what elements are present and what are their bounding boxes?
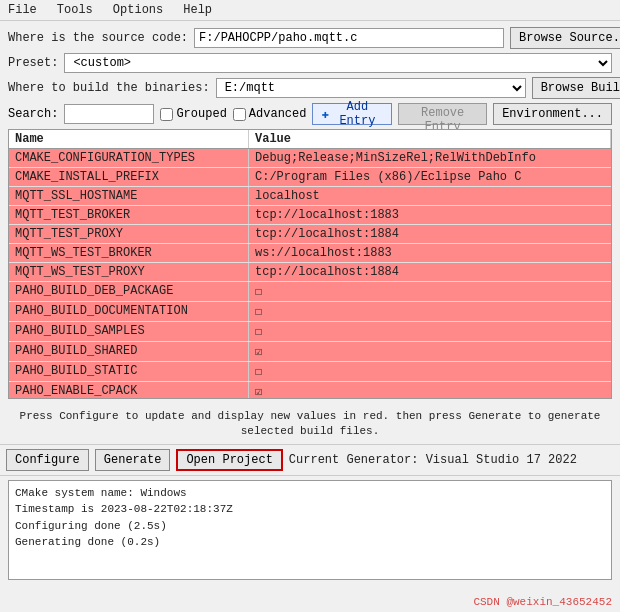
log-line: Generating done (0.2s) xyxy=(15,534,605,551)
advanced-checkbox-label[interactable]: Advanced xyxy=(233,107,307,121)
table-cell-value: tcp://localhost:1884 xyxy=(249,263,611,281)
table-cell-name: PAHO_BUILD_SHARED xyxy=(9,342,249,361)
remove-entry-button[interactable]: Remove Entry xyxy=(398,103,487,125)
table-cell-name: CMAKE_INSTALL_PREFIX xyxy=(9,168,249,186)
preset-row: Preset: <custom> xyxy=(8,53,612,73)
cmake-table: Name Value CMAKE_CONFIGURATION_TYPESDebu… xyxy=(8,129,612,399)
menubar: File Tools Options Help xyxy=(0,0,620,21)
advanced-label: Advanced xyxy=(249,107,307,121)
table-cell-value: ☐ xyxy=(249,302,611,321)
table-cell-value: localhost xyxy=(249,187,611,205)
log-body: CMake system name: WindowsTimestamp is 2… xyxy=(15,485,605,551)
menu-help[interactable]: Help xyxy=(179,2,216,18)
table-header: Name Value xyxy=(9,130,611,149)
value-header: Value xyxy=(249,130,611,148)
grouped-checkbox-label[interactable]: Grouped xyxy=(160,107,226,121)
table-row[interactable]: PAHO_BUILD_SHARED☑ xyxy=(9,342,611,362)
source-label: Where is the source code: xyxy=(8,31,188,45)
browse-build-button[interactable]: Browse Build... xyxy=(532,77,620,99)
search-input[interactable] xyxy=(64,104,154,124)
watermark: CSDN @weixin_43652452 xyxy=(473,596,612,608)
generator-label: Current Generator: Visual Studio 17 2022 xyxy=(289,453,577,467)
advanced-checkbox[interactable] xyxy=(233,108,246,121)
open-project-button[interactable]: Open Project xyxy=(176,449,282,471)
build-label: Where to build the binaries: xyxy=(8,81,210,95)
table-cell-name: MQTT_WS_TEST_BROKER xyxy=(9,244,249,262)
table-cell-value: ws://localhost:1883 xyxy=(249,244,611,262)
table-cell-name: PAHO_BUILD_SAMPLES xyxy=(9,322,249,341)
toolbar-row: Search: Grouped Advanced ✚ Add Entry Rem… xyxy=(8,103,612,125)
source-input[interactable] xyxy=(194,28,504,48)
table-row[interactable]: PAHO_ENABLE_CPACK☑ xyxy=(9,382,611,399)
configure-button[interactable]: Configure xyxy=(6,449,89,471)
table-cell-value: tcp://localhost:1883 xyxy=(249,206,611,224)
name-header: Name xyxy=(9,130,249,148)
preset-label: Preset: xyxy=(8,56,58,70)
table-cell-value: ☑ xyxy=(249,382,611,399)
table-cell-value: ☑ xyxy=(249,342,611,361)
build-row: Where to build the binaries: E:/mqtt Bro… xyxy=(8,77,612,99)
search-label: Search: xyxy=(8,107,58,121)
menu-options[interactable]: Options xyxy=(109,2,167,18)
table-row[interactable]: CMAKE_CONFIGURATION_TYPESDebug;Release;M… xyxy=(9,149,611,168)
table-cell-value: ☐ xyxy=(249,322,611,341)
menu-file[interactable]: File xyxy=(4,2,41,18)
table-row[interactable]: PAHO_BUILD_DOCUMENTATION☐ xyxy=(9,302,611,322)
table-row[interactable]: PAHO_BUILD_DEB_PACKAGE☐ xyxy=(9,282,611,302)
table-cell-name: PAHO_BUILD_DEB_PACKAGE xyxy=(9,282,249,301)
grouped-label: Grouped xyxy=(176,107,226,121)
table-cell-name: MQTT_TEST_PROXY xyxy=(9,225,249,243)
table-row[interactable]: MQTT_WS_TEST_BROKERws://localhost:1883 xyxy=(9,244,611,263)
table-row[interactable]: CMAKE_INSTALL_PREFIXC:/Program Files (x8… xyxy=(9,168,611,187)
main-form: Where is the source code: Browse Source.… xyxy=(0,21,620,405)
log-area: CMake system name: WindowsTimestamp is 2… xyxy=(8,480,612,580)
table-cell-value: ☐ xyxy=(249,362,611,381)
table-row[interactable]: MQTT_SSL_HOSTNAMElocalhost xyxy=(9,187,611,206)
log-line: Configuring done (2.5s) xyxy=(15,518,605,535)
table-body: CMAKE_CONFIGURATION_TYPESDebug;Release;M… xyxy=(9,149,611,399)
menu-tools[interactable]: Tools xyxy=(53,2,97,18)
table-cell-value: tcp://localhost:1884 xyxy=(249,225,611,243)
add-entry-label: Add Entry xyxy=(332,100,383,128)
plus-icon: ✚ xyxy=(321,107,328,122)
table-cell-value: C:/Program Files (x86)/Eclipse Paho C xyxy=(249,168,611,186)
table-cell-name: PAHO_BUILD_DOCUMENTATION xyxy=(9,302,249,321)
preset-select[interactable]: <custom> xyxy=(64,53,612,73)
table-row[interactable]: PAHO_BUILD_STATIC☐ xyxy=(9,362,611,382)
source-row: Where is the source code: Browse Source.… xyxy=(8,27,612,49)
table-row[interactable]: PAHO_BUILD_SAMPLES☐ xyxy=(9,322,611,342)
log-line: Timestamp is 2023-08-22T02:18:37Z xyxy=(15,501,605,518)
table-row[interactable]: MQTT_TEST_BROKERtcp://localhost:1883 xyxy=(9,206,611,225)
table-cell-name: MQTT_SSL_HOSTNAME xyxy=(9,187,249,205)
table-cell-name: MQTT_WS_TEST_PROXY xyxy=(9,263,249,281)
table-cell-value: ☐ xyxy=(249,282,611,301)
environment-button[interactable]: Environment... xyxy=(493,103,612,125)
table-cell-name: PAHO_ENABLE_CPACK xyxy=(9,382,249,399)
generate-button[interactable]: Generate xyxy=(95,449,171,471)
browse-source-button[interactable]: Browse Source... xyxy=(510,27,620,49)
table-cell-name: PAHO_BUILD_STATIC xyxy=(9,362,249,381)
bottom-buttons: Configure Generate Open Project Current … xyxy=(0,444,620,476)
table-cell-value: Debug;Release;MinSizeRel;RelWithDebInfo xyxy=(249,149,611,167)
grouped-checkbox[interactable] xyxy=(160,108,173,121)
table-cell-name: MQTT_TEST_BROKER xyxy=(9,206,249,224)
build-select[interactable]: E:/mqtt xyxy=(216,78,526,98)
add-entry-button[interactable]: ✚ Add Entry xyxy=(312,103,392,125)
table-cell-name: CMAKE_CONFIGURATION_TYPES xyxy=(9,149,249,167)
log-line: CMake system name: Windows xyxy=(15,485,605,502)
table-row[interactable]: MQTT_WS_TEST_PROXYtcp://localhost:1884 xyxy=(9,263,611,282)
table-row[interactable]: MQTT_TEST_PROXYtcp://localhost:1884 xyxy=(9,225,611,244)
hint-text: Press Configure to update and display ne… xyxy=(0,405,620,444)
